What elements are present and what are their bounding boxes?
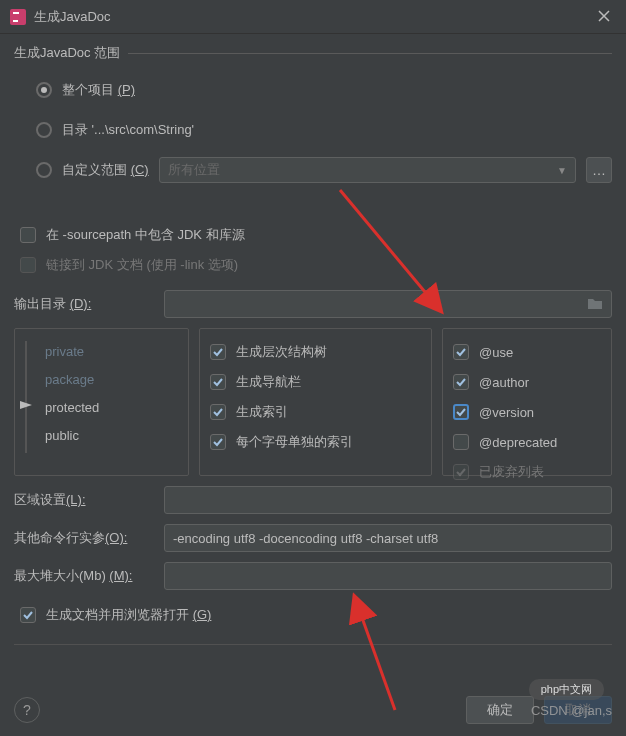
- radio-directory[interactable]: 目录 '...\src\com\String': [36, 110, 612, 150]
- svg-rect-1: [13, 12, 19, 14]
- output-dir-label: 输出目录 (D):: [14, 295, 154, 313]
- heap-label: 最大堆大小(Mb) (M):: [14, 567, 154, 585]
- folder-icon[interactable]: [587, 296, 603, 313]
- vis-public[interactable]: public: [25, 421, 178, 449]
- gen-index-check[interactable]: 生成索引: [210, 397, 421, 427]
- scope-separator: 生成JavaDoc 范围: [14, 44, 612, 62]
- vis-package[interactable]: package: [25, 365, 178, 393]
- output-dir-input[interactable]: [164, 290, 612, 318]
- include-jdk-check[interactable]: 在 -sourcepath 中包含 JDK 和库源: [14, 220, 612, 250]
- locale-label: 区域设置(L):: [14, 491, 154, 509]
- svg-rect-2: [13, 20, 18, 22]
- help-button[interactable]: ?: [14, 697, 40, 723]
- tag-author-check[interactable]: @author: [453, 367, 601, 397]
- vis-protected[interactable]: protected: [25, 393, 178, 421]
- radio-icon[interactable]: [36, 162, 52, 178]
- app-icon: [10, 9, 26, 25]
- watermark-text: CSDN @jan,s: [531, 703, 612, 718]
- window-title: 生成JavaDoc: [34, 8, 111, 26]
- radio-icon[interactable]: [36, 82, 52, 98]
- gen-tree-check[interactable]: 生成层次结构树: [210, 337, 421, 367]
- watermark-badge: php中文网: [529, 679, 604, 700]
- tag-options-panel: @use @author @version @deprecated 已废弃列表: [442, 328, 612, 476]
- scope-more-button[interactable]: …: [586, 157, 612, 183]
- gen-nav-check[interactable]: 生成导航栏: [210, 367, 421, 397]
- gen-sep-check[interactable]: 每个字母单独的索引: [210, 427, 421, 457]
- generation-options-panel: 生成层次结构树 生成导航栏 生成索引 每个字母单独的索引: [199, 328, 432, 476]
- close-icon[interactable]: [592, 4, 616, 30]
- radio-custom-scope[interactable]: 自定义范围 (C) 所有位置 ▼ …: [36, 150, 612, 190]
- title-bar: 生成JavaDoc: [0, 0, 626, 34]
- tag-dep-list-check: 已废弃列表: [453, 457, 601, 487]
- ok-button[interactable]: 确定: [466, 696, 534, 724]
- checkbox-icon[interactable]: [20, 607, 36, 623]
- args-label: 其他命令行实参(O):: [14, 529, 154, 547]
- scope-combo[interactable]: 所有位置 ▼: [159, 157, 576, 183]
- checkbox-icon: [20, 257, 36, 273]
- visibility-slider-panel[interactable]: private package protected public: [14, 328, 189, 476]
- tag-deprecated-check[interactable]: @deprecated: [453, 427, 601, 457]
- tag-version-check[interactable]: @version: [453, 397, 601, 427]
- chevron-down-icon: ▼: [557, 165, 567, 176]
- checkbox-icon[interactable]: [20, 227, 36, 243]
- link-jdk-check: 链接到 JDK 文档 (使用 -link 选项): [14, 250, 612, 280]
- locale-input[interactable]: [164, 486, 612, 514]
- svg-rect-0: [10, 9, 26, 25]
- radio-icon[interactable]: [36, 122, 52, 138]
- radio-whole-project[interactable]: 整个项目 (P): [36, 70, 612, 110]
- open-browser-check[interactable]: 生成文档并用浏览器打开 (G): [14, 600, 612, 630]
- args-input[interactable]: -encoding utf8 -docencoding utf8 -charse…: [164, 524, 612, 552]
- vis-private[interactable]: private: [25, 337, 178, 365]
- tag-use-check[interactable]: @use: [453, 337, 601, 367]
- heap-input[interactable]: [164, 562, 612, 590]
